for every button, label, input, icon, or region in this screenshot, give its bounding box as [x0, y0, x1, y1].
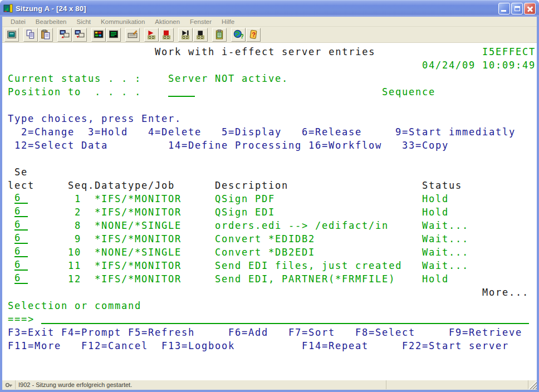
menu-datei[interactable]: Datei: [6, 18, 31, 25]
column-header-seq: Seq.: [68, 179, 95, 192]
option-2: 2=Change: [21, 125, 75, 139]
select-input[interactable]: 6: [14, 205, 28, 217]
description-cell: orders.edi --> /edifact/in: [215, 219, 389, 232]
select-input[interactable]: 6: [14, 232, 28, 244]
more-indicator: More...: [482, 286, 529, 299]
fkey-f9: F9=Retrieve: [449, 326, 522, 339]
sequence-label: Sequence: [382, 85, 435, 99]
stop-macro-button[interactable]: [193, 28, 208, 42]
terminal-screen[interactable]: Work with i-effect server entriesI5EFFEC…: [2, 43, 537, 380]
option-6: 6=Release: [302, 125, 362, 139]
connection-key-icon: [5, 381, 13, 389]
option-4: 4=Delete: [148, 125, 202, 139]
color-setup-button[interactable]: [91, 28, 106, 42]
position-to-input[interactable]: [168, 85, 195, 97]
minimize-button[interactable]: [498, 3, 510, 14]
maximize-button[interactable]: [511, 3, 523, 14]
select-input[interactable]: 6: [14, 192, 28, 204]
screen-date: 04/24/09: [422, 58, 476, 72]
datatype-cell: *NONE/*SINGLE: [95, 219, 182, 232]
session-window-icon: [7, 30, 17, 40]
titlebar: Sitzung A - [24 x 80]: [0, 0, 539, 17]
seq-cell: 10: [61, 246, 81, 259]
new-session-button[interactable]: [4, 28, 19, 42]
menu-aktionen[interactable]: Aktionen: [150, 18, 185, 25]
menu-bearbeiten[interactable]: Bearbeiten: [31, 18, 72, 25]
position-to-label: Position to . . . .: [8, 85, 141, 99]
play-macro-button[interactable]: [178, 28, 193, 42]
datatype-cell: *IFS/*MONITOR: [95, 232, 182, 246]
fkey-f5: F5=Refresh: [128, 326, 195, 339]
status-cell: Wait...: [422, 259, 469, 272]
menubar: Datei Bearbeiten Sicht Kommunikation Akt…: [2, 17, 537, 27]
select-input[interactable]: 6: [14, 219, 28, 231]
status-cell: Wait...: [422, 232, 469, 246]
clipboard-button[interactable]: [212, 28, 227, 42]
receive-file-icon: [75, 30, 85, 40]
select-input[interactable]: 6: [14, 246, 28, 257]
command-prompt: ===>: [8, 312, 35, 326]
option-5: 5=Display: [222, 125, 282, 139]
option-12: 12=Select Data: [14, 139, 108, 152]
seq-cell: 1: [61, 192, 81, 205]
close-button[interactable]: [524, 3, 536, 14]
command-label: Selection or command: [8, 299, 141, 312]
fkey-f8: F8=Select: [355, 326, 415, 339]
window-title: Sitzung A - [24 x 80]: [16, 4, 498, 13]
description-cell: QSign PDF: [215, 192, 275, 205]
system-name: I5EFFECT: [482, 45, 536, 58]
menu-hilfe[interactable]: Hilfe: [217, 18, 239, 25]
stop-record-button[interactable]: [159, 28, 174, 42]
option-16: 16=Workflow: [308, 139, 382, 152]
display-setup-icon: [109, 30, 119, 40]
screen-time: 10:09:49: [482, 58, 536, 72]
record-macro-button[interactable]: [144, 28, 159, 42]
paste-button[interactable]: [38, 28, 53, 42]
fkey-f14: F14=Repeat: [302, 339, 369, 352]
globe-icon: ?: [233, 30, 243, 40]
menu-fenster[interactable]: Fenster: [185, 18, 217, 25]
command-input[interactable]: [41, 312, 529, 324]
help-icon: ?: [248, 30, 258, 40]
keyboard-setup-button[interactable]: [125, 28, 140, 42]
seq-cell: 2: [61, 205, 81, 219]
option-33: 33=Copy: [402, 139, 449, 152]
seq-cell: 11: [61, 259, 81, 272]
help-button[interactable]: ?: [246, 28, 261, 42]
svg-text:?: ?: [252, 31, 256, 38]
copy-button[interactable]: [23, 28, 38, 42]
datatype-cell: *IFS/*MONITOR: [95, 205, 182, 219]
minimize-icon: [501, 10, 506, 12]
status-cell: Hold: [422, 272, 449, 286]
maximize-icon: [514, 6, 520, 11]
column-header-select: lect: [8, 179, 35, 192]
toolbar: ? ?: [2, 27, 537, 43]
option-9: 9=Start immediatly: [395, 125, 516, 139]
datatype-cell: *NONE/*SINGLE: [95, 246, 182, 259]
paste-icon: [41, 30, 51, 40]
statusbar: I902 - Sitzung wurde erfolgreich gestart…: [2, 380, 537, 389]
clipboard-icon: [214, 30, 224, 40]
description-cell: Send EDI, PARTNER(*FRMFILE): [215, 272, 395, 286]
select-input[interactable]: 6: [14, 272, 28, 284]
receive-file-button[interactable]: [72, 28, 87, 42]
color-setup-icon: [94, 30, 104, 40]
select-input[interactable]: 6: [14, 259, 28, 271]
send-file-icon: [60, 30, 70, 40]
seq-cell: 9: [61, 232, 81, 246]
svg-text:?: ?: [240, 33, 243, 40]
fkey-f6: F6=Add: [228, 326, 268, 339]
stop-macro-icon: [195, 30, 205, 40]
display-setup-button[interactable]: [106, 28, 121, 42]
resize-grip[interactable]: [528, 380, 537, 389]
menu-sicht[interactable]: Sicht: [71, 18, 96, 25]
keyboard-icon: [128, 30, 138, 40]
copy-icon: [26, 30, 36, 40]
status-cell: Hold: [422, 205, 449, 219]
send-file-button[interactable]: [57, 28, 72, 42]
fkey-f12: F12=Cancel: [81, 339, 148, 352]
description-cell: Convert *EDIDB2: [215, 232, 315, 246]
internet-help-button[interactable]: ?: [231, 28, 246, 42]
menu-kommunikation[interactable]: Kommunikation: [96, 18, 150, 25]
fkey-f11: F11=More: [8, 339, 61, 352]
